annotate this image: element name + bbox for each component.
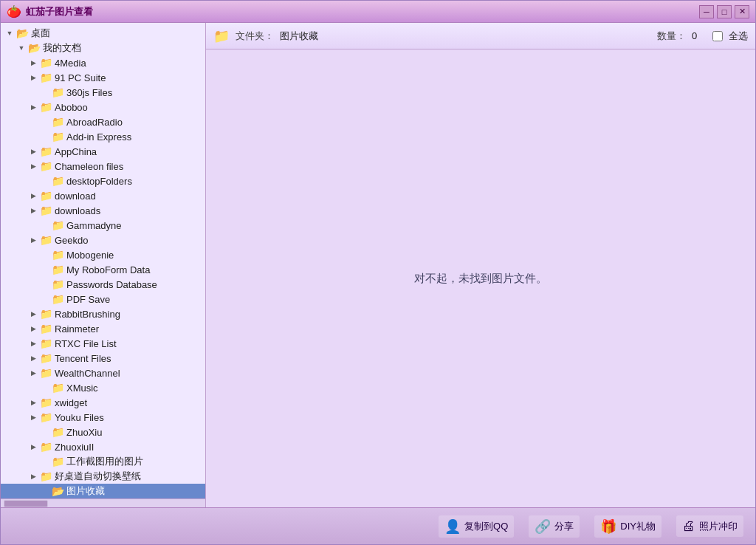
tree-item-rtxc[interactable]: ▶📁RTXC File List <box>1 336 205 351</box>
tree-label-passwords: Passwords Database <box>66 279 157 290</box>
bottom-buttons: 👤复制到QQ🔗分享🎁DIY礼物🖨照片冲印 <box>439 515 743 538</box>
expander-tencent[interactable]: ▶ <box>27 352 39 364</box>
tree-item-youku[interactable]: ▶📁Youku Files <box>1 410 205 425</box>
folder-icon-downloads: 📁 <box>39 205 52 216</box>
path-value: 图片收藏 <box>280 30 318 43</box>
tree-item-appchina[interactable]: ▶📁AppChina <box>1 144 205 159</box>
tree-item-91pc[interactable]: ▶📁91 PC Suite <box>1 70 205 85</box>
tree-item-desktopfolders[interactable]: 📁desktopFolders <box>1 174 205 188</box>
folder-icon-pdfsave: 📁 <box>51 293 64 305</box>
expander-desktop[interactable]: ▼ <box>4 27 16 39</box>
tree-item-xwidget[interactable]: ▶📁xwidget <box>1 395 205 410</box>
app-icon: 🍅 <box>7 4 21 18</box>
tree-scrollbar-thumb[interactable] <box>4 500 48 507</box>
tree-item-aboboo[interactable]: ▶📁Aboboo <box>1 100 205 114</box>
copy_to_qq-icon: 👤 <box>444 518 461 535</box>
expander-91pc[interactable]: ▶ <box>27 72 39 83</box>
tree-item-download[interactable]: ▶📁download <box>1 188 205 203</box>
expander-youku[interactable]: ▶ <box>27 411 39 423</box>
tree-item-my_docs[interactable]: ▼📂我的文档 <box>1 41 205 55</box>
tree-label-desktopfolders: desktopFolders <box>66 176 132 187</box>
folder-icon-rtxc: 📁 <box>39 337 52 349</box>
select-all-checkbox[interactable] <box>712 31 723 41</box>
tree-scrollbar[interactable] <box>1 498 205 507</box>
folder-icon-zhuoxiuii: 📁 <box>39 441 52 453</box>
tree-item-picfav[interactable]: 📂图片收藏 <box>1 484 205 498</box>
tree-item-passwords[interactable]: 📁Passwords Database <box>1 277 205 292</box>
expander-zhuoxiuii[interactable]: ▶ <box>27 441 39 453</box>
folder-icon-4media: 📁 <box>39 57 52 69</box>
tree-item-xmusic[interactable]: 📁XMusic <box>1 380 205 395</box>
tree-item-addin[interactable]: 📁Add-in Express <box>1 129 205 144</box>
count-value: 0 <box>692 30 707 41</box>
tree-panel[interactable]: ▼📂桌面▼📂我的文档▶📁4Media▶📁91 PC Suite📁360js Fi… <box>1 23 206 507</box>
expander-gammadyne <box>39 219 51 231</box>
folder-icon-wealthchannel: 📁 <box>39 367 52 379</box>
expander-my_docs[interactable]: ▼ <box>16 42 27 54</box>
tree-item-tencent[interactable]: ▶📁Tencent Files <box>1 351 205 366</box>
tree-item-4media[interactable]: ▶📁4Media <box>1 55 205 70</box>
expander-rtxc[interactable]: ▶ <box>27 337 39 349</box>
folder-icon-myroboform: 📁 <box>51 264 64 275</box>
expander-chameleon[interactable]: ▶ <box>27 160 39 172</box>
tree-label-gammadyne: Gammadyne <box>66 220 121 231</box>
maximize-button[interactable]: □ <box>717 5 732 18</box>
print_photo-button[interactable]: 🖨照片冲印 <box>676 515 743 537</box>
expander-appchina[interactable]: ▶ <box>27 145 39 157</box>
tree-label-workcapture: 工作截图用的图片 <box>66 455 143 468</box>
folder-icon-tencent: 📁 <box>39 352 52 364</box>
expander-aboboo[interactable]: ▶ <box>27 101 39 113</box>
diy_gift-button[interactable]: 🎁DIY礼物 <box>594 515 662 538</box>
tree-item-abroadradio[interactable]: 📁AbroadRadio <box>1 114 205 129</box>
expander-myroboform <box>39 264 51 275</box>
tree-item-pdfsave[interactable]: 📁PDF Save <box>1 292 205 306</box>
tree-label-addin: Add-in Express <box>66 131 131 143</box>
tree-item-wealthchannel[interactable]: ▶📁WealthChannel <box>1 366 205 380</box>
main-window: 🍅 虹茄子图片查看 ─ □ ✕ ▼📂桌面▼📂我的文档▶📁4Media▶📁91 P… <box>0 0 756 545</box>
folder-icon-workcapture: 📁 <box>51 456 64 467</box>
expander-4media[interactable]: ▶ <box>27 57 39 69</box>
tree-label-desktop: 桌面 <box>31 27 50 40</box>
expander-downloads[interactable]: ▶ <box>27 205 39 216</box>
expander-autowallpaper[interactable]: ▶ <box>27 470 39 482</box>
tree-label-appchina: AppChina <box>55 146 97 157</box>
diy_gift-icon: 🎁 <box>600 518 616 535</box>
folder-icon-picfav: 📂 <box>51 485 64 497</box>
tree-item-rainmeter[interactable]: ▶📁Rainmeter <box>1 321 205 336</box>
share-button[interactable]: 🔗分享 <box>529 515 580 538</box>
tree-item-desktop[interactable]: ▼📂桌面 <box>1 26 205 41</box>
minimize-button[interactable]: ─ <box>699 5 714 18</box>
tree-item-autowallpaper[interactable]: ▶📁好桌道自动切换壁纸 <box>1 469 205 484</box>
expander-addin <box>39 131 51 143</box>
folder-icon-geekdo: 📁 <box>39 234 52 246</box>
folder-icon-my_docs: 📂 <box>27 42 41 54</box>
tree-item-downloads[interactable]: ▶📁downloads <box>1 203 205 218</box>
tree-item-mobogenie[interactable]: 📁Mobogenie <box>1 247 205 262</box>
tree-label-aboboo: Aboboo <box>55 102 88 113</box>
tree-label-youku: Youku Files <box>55 412 104 423</box>
copy_to_qq-button[interactable]: 👤复制到QQ <box>439 515 514 538</box>
tree-item-geekdo[interactable]: ▶📁Geekdo <box>1 233 205 247</box>
tree-item-gammadyne[interactable]: 📁Gammadyne <box>1 218 205 233</box>
expander-xwidget[interactable]: ▶ <box>27 397 39 408</box>
tree-label-xmusic: XMusic <box>66 383 98 394</box>
tree-item-zhuoxiu[interactable]: 📁ZhuoXiu <box>1 425 205 439</box>
tree-item-rabbitbrushing[interactable]: ▶📁RabbitBrushing <box>1 306 205 321</box>
expander-abroadradio <box>39 116 51 128</box>
expander-workcapture <box>39 456 51 467</box>
tree-item-360js[interactable]: 📁360js Files <box>1 85 205 100</box>
expander-wealthchannel[interactable]: ▶ <box>27 367 39 379</box>
tree-item-workcapture[interactable]: 📁工作截图用的图片 <box>1 454 205 469</box>
tree-label-4media: 4Media <box>55 58 86 69</box>
tree-item-zhuoxiuii[interactable]: ▶📁ZhuoxiuII <box>1 439 205 454</box>
expander-geekdo[interactable]: ▶ <box>27 234 39 246</box>
expander-download[interactable]: ▶ <box>27 190 39 202</box>
folder-icon-rainmeter: 📁 <box>39 323 52 335</box>
close-button[interactable]: ✕ <box>735 5 749 18</box>
expander-rainmeter[interactable]: ▶ <box>27 323 39 335</box>
tree-item-chameleon[interactable]: ▶📁Chameleon files <box>1 159 205 174</box>
tree-item-myroboform[interactable]: 📁My RoboForm Data <box>1 262 205 277</box>
expander-rabbitbrushing[interactable]: ▶ <box>27 308 39 320</box>
print_photo-icon: 🖨 <box>682 518 695 534</box>
tree-label-xwidget: xwidget <box>55 397 87 408</box>
